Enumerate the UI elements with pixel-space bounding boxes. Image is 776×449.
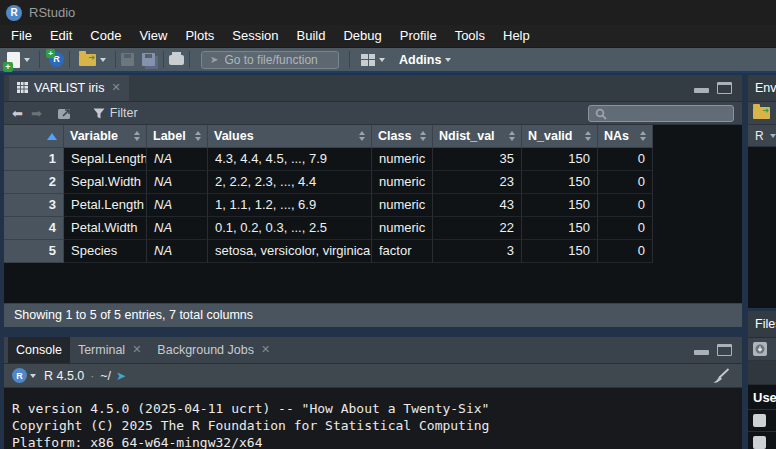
column-header-nas[interactable]: NAs: [598, 125, 653, 148]
goto-file-input[interactable]: ➤ Go to file/function: [201, 51, 339, 69]
table-row[interactable]: 4Petal.WidthNA0.1, 0.2, 0.3, ..., 2.5num…: [4, 217, 742, 240]
nav-back-icon[interactable]: ⬅: [12, 106, 23, 121]
column-header-variable[interactable]: Variable: [64, 125, 147, 148]
data-viewer-toolbar: ⬅ ➡ Filter: [4, 102, 742, 125]
menu-item-session[interactable]: Session: [223, 25, 287, 47]
table-row[interactable]: 5SpeciesNAsetosa, versicolor, virginicaf…: [4, 240, 742, 263]
cell-num: 1: [4, 148, 64, 171]
minimize-pane-icon[interactable]: [694, 82, 709, 93]
open-file-icon[interactable]: [79, 54, 96, 66]
clear-console-broom-icon[interactable]: [712, 368, 730, 384]
tab-close-icon[interactable]: ✕: [261, 343, 270, 356]
cell-label: NA: [147, 194, 208, 217]
files-breadcrumb[interactable]: Users: [748, 385, 776, 409]
show-in-new-window-icon[interactable]: [57, 107, 72, 120]
column-header-label: Ndist_val: [439, 125, 495, 147]
menu-item-help[interactable]: Help: [494, 25, 539, 47]
column-header-label: N_valid: [528, 125, 572, 147]
table-row[interactable]: 2Sepal.WidthNA2, 2.2, 2.3, ..., 4.4numer…: [4, 171, 742, 194]
r-version-icon[interactable]: R: [12, 368, 27, 383]
column-header-label: Label: [153, 125, 186, 147]
column-header-ndist_val[interactable]: Ndist_val: [433, 125, 522, 148]
menu-item-edit[interactable]: Edit: [41, 25, 81, 47]
sort-toggle-icon[interactable]: [359, 131, 365, 141]
menu-item-view[interactable]: View: [130, 25, 176, 47]
r-dropdown-caret-icon: [770, 134, 776, 138]
cell-variable: Species: [64, 240, 147, 263]
sort-toggle-icon[interactable]: [640, 131, 646, 141]
tab-files[interactable]: Files: [748, 311, 776, 337]
menu-item-build[interactable]: Build: [288, 25, 335, 47]
pane-layout-caret-icon[interactable]: [379, 58, 385, 62]
tab-environment[interactable]: Environment: [748, 75, 776, 101]
menu-item-profile[interactable]: Profile: [391, 25, 446, 47]
sort-toggle-icon[interactable]: [509, 131, 515, 141]
sort-toggle-icon[interactable]: [134, 131, 140, 141]
table-search-input[interactable]: [588, 105, 734, 122]
tab-background-jobs[interactable]: Background Jobs✕: [149, 337, 278, 363]
sort-toggle-icon[interactable]: [195, 131, 201, 141]
variable-table: VariableLabelValuesClassNdist_valN_valid…: [4, 125, 742, 263]
r-dropdown-label: R: [755, 129, 764, 143]
tab-varlist-iris[interactable]: VARLIST iris ✕: [9, 75, 129, 101]
addins-button[interactable]: Addins: [399, 53, 441, 67]
menu-item-code[interactable]: Code: [81, 25, 130, 47]
menu-item-plots[interactable]: Plots: [176, 25, 223, 47]
new-file-icon[interactable]: [7, 52, 20, 68]
cell-values: setosa, versicolor, virginica: [208, 240, 372, 263]
toolbar-separator: [115, 51, 116, 68]
addins-caret-icon[interactable]: [445, 58, 451, 62]
maximize-pane-icon[interactable]: [717, 344, 732, 356]
column-header-n_valid[interactable]: N_valid: [522, 125, 598, 148]
goto-directory-arrow-icon[interactable]: ➤: [116, 369, 126, 383]
tab-terminal[interactable]: Terminal✕: [70, 337, 149, 363]
file-checkbox[interactable]: [753, 414, 766, 427]
r-version-caret-icon[interactable]: [30, 374, 36, 378]
pane-layout-icon[interactable]: [361, 54, 375, 66]
cell-n_valid: 150: [522, 217, 598, 240]
table-status-bar: Showing 1 to 5 of 5 entries, 7 total col…: [4, 303, 742, 327]
sort-toggle-icon[interactable]: [585, 131, 591, 141]
cell-num: 5: [4, 240, 64, 263]
toolbar-separator: [69, 51, 70, 68]
new-file-dropdown-caret-icon[interactable]: [24, 58, 30, 62]
files-new-folder-icon[interactable]: [752, 341, 768, 357]
filter-funnel-icon: [93, 108, 105, 119]
open-file-dropdown-caret-icon[interactable]: [100, 58, 106, 62]
sort-toggle-icon[interactable]: [420, 131, 426, 141]
load-workspace-folder-icon[interactable]: [753, 107, 770, 119]
working-directory: ~/: [100, 369, 111, 383]
new-project-icon[interactable]: R: [49, 52, 64, 67]
tab-close-icon[interactable]: ✕: [132, 343, 141, 356]
tab-close-icon[interactable]: ✕: [111, 81, 120, 94]
column-header-label: Values: [214, 125, 254, 147]
save-all-icon[interactable]: [142, 53, 155, 66]
table-row[interactable]: 3Petal.LengthNA1, 1.1, 1.2, ..., 6.9nume…: [4, 194, 742, 217]
menu-item-debug[interactable]: Debug: [334, 25, 390, 47]
tab-title: VARLIST iris: [34, 81, 104, 95]
file-checkbox[interactable]: [753, 436, 766, 449]
minimize-pane-icon[interactable]: [694, 344, 709, 355]
environment-r-selector[interactable]: R: [748, 125, 776, 147]
environment-tabbar: Environment: [748, 75, 776, 102]
data-viewer-tabbar: VARLIST iris ✕: [4, 75, 742, 102]
tab-console[interactable]: Console: [8, 337, 70, 363]
column-header-rownum[interactable]: [4, 125, 64, 148]
column-header-class[interactable]: Class: [372, 125, 433, 148]
column-header-label[interactable]: Label: [147, 125, 208, 148]
filter-button[interactable]: Filter: [110, 106, 138, 120]
table-row[interactable]: 1Sepal.LengthNA4.3, 4.4, 4.5, ..., 7.9nu…: [4, 148, 742, 171]
save-icon[interactable]: [121, 53, 134, 66]
menu-item-file[interactable]: File: [2, 25, 41, 47]
cell-label: NA: [147, 171, 208, 194]
console-output[interactable]: R version 4.5.0 (2025-04-11 ucrt) -- "Ho…: [4, 388, 742, 449]
menu-item-tools[interactable]: Tools: [446, 25, 494, 47]
file-row[interactable]: [748, 431, 776, 449]
column-header-values[interactable]: Values: [208, 125, 372, 148]
print-icon[interactable]: [169, 55, 184, 65]
nav-forward-icon[interactable]: ➡: [31, 106, 42, 121]
cell-label: NA: [147, 148, 208, 171]
file-row[interactable]: [748, 409, 776, 431]
maximize-pane-icon[interactable]: [717, 82, 732, 94]
column-header-label: Variable: [70, 125, 118, 147]
